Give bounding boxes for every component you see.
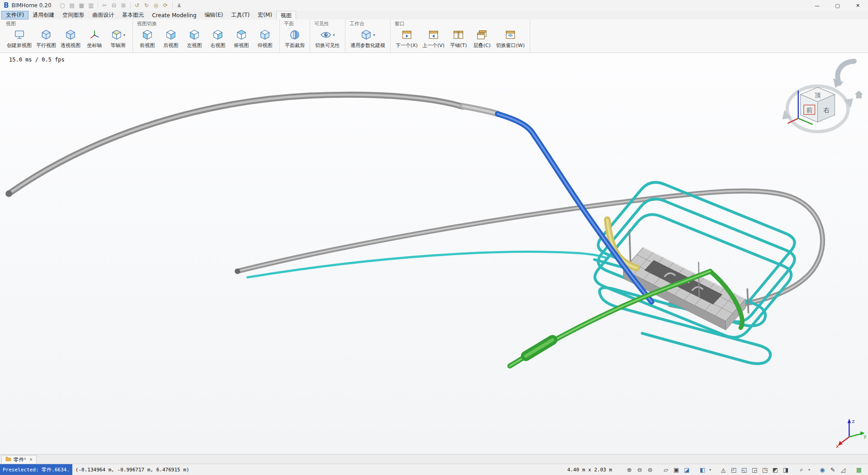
menu-tab-macro[interactable]: 宏(M) — [254, 11, 276, 19]
ribbon-group-label: 视图切换 — [136, 20, 276, 27]
menu-tab-tools[interactable]: 工具(T) — [227, 11, 254, 19]
front-view-icon[interactable]: ◰ — [730, 466, 737, 473]
close-icon: ✕ — [856, 3, 860, 9]
menu-tab-general-create[interactable]: 通用创建 — [28, 11, 58, 19]
save-button[interactable]: ▦ — [77, 1, 86, 10]
nav-cube-label-top[interactable]: 顶 — [815, 91, 821, 99]
grid-icon[interactable]: ▦ — [855, 466, 863, 473]
ribbon-button-right-view[interactable]: 右视图 — [207, 27, 229, 49]
scene-canvas[interactable]: 顶 前 右 z y — [0, 53, 868, 454]
undo-button[interactable]: ↺ — [132, 1, 142, 10]
ribbon-button-coordinate-axes[interactable]: 坐标轴 — [83, 27, 106, 49]
menu-tab-file[interactable]: 文件(F) — [1, 11, 28, 19]
top-view-icon[interactable]: ◱ — [741, 466, 748, 473]
menu-tab-surface-design[interactable]: 曲面设计 — [88, 11, 118, 19]
copy-button[interactable]: ⊟ — [109, 1, 119, 10]
ribbon-button-isometric[interactable]: ▾ 等轴测 — [107, 27, 129, 49]
ribbon-button-toggle-visibility[interactable]: ▾ 切换可见性 — [313, 27, 342, 49]
left-view-icon — [189, 29, 200, 41]
new-file-icon: ▢ — [60, 2, 65, 9]
chevron-down-icon[interactable]: ▾ — [808, 468, 810, 472]
record-icon: ◎ — [154, 2, 158, 9]
performance-readout: 15.0 ms / 0.5 fps — [9, 57, 65, 63]
dimensions-readout: 4.40 m x 2.03 m — [567, 467, 612, 473]
sphere-icon[interactable]: ◉ — [819, 466, 826, 473]
axis-indicator: z y x — [836, 418, 867, 449]
gray-arc-pipe[interactable] — [5, 95, 462, 197]
nav-cube-label-front[interactable]: 前 — [806, 106, 812, 114]
clipping-icon[interactable]: ▣ — [673, 466, 680, 473]
ribbon-group-window: 窗口 下一个(X) 上一个(V) 平铺(T) 层叠(C) — [391, 19, 530, 52]
ribbon-button-rear-view[interactable]: 后视图 — [160, 27, 182, 49]
ribbon-button-workbench-selector[interactable]: ▾ 通用参数化建模 — [349, 27, 387, 49]
ribbon-group-label: 视图 — [5, 20, 129, 27]
open-file-button[interactable]: ▤ — [67, 1, 77, 10]
record-macro-button[interactable]: ◎ — [151, 1, 161, 10]
maximize-button[interactable]: ▢ — [827, 0, 848, 11]
cut-icon: ✂ — [102, 2, 107, 9]
chevron-down-icon[interactable]: ▾ — [123, 33, 125, 37]
ribbon-button-left-view[interactable]: 左视图 — [183, 27, 206, 49]
box-select-icon[interactable]: ▱ — [662, 466, 670, 473]
gray-loop-pipe[interactable] — [235, 191, 822, 308]
measure-icon[interactable]: ◿ — [840, 466, 847, 473]
nav-cube-label-right[interactable]: 右 — [823, 106, 829, 114]
draw-style-icon[interactable]: ◧ — [699, 466, 706, 473]
iso-view-icon[interactable]: ◬ — [720, 466, 727, 473]
3d-viewport[interactable]: 15.0 ms / 0.5 fps — [0, 53, 868, 454]
ribbon-button-previous-window[interactable]: 上一个(V) — [420, 27, 446, 49]
preselection-coords: (-0.134964 m, -0.996717 m, 6.476915 m) — [75, 467, 189, 473]
tile-windows-icon — [453, 29, 464, 41]
tab-close-icon[interactable]: ✕ — [29, 457, 33, 462]
menu-tab-basic-primitives[interactable]: 基本图元 — [118, 11, 148, 19]
zoom-tool-icon[interactable]: ⌕ — [798, 466, 805, 473]
ribbon-button-plane-clip[interactable]: 平面裁剪 — [283, 27, 307, 49]
chevron-down-icon[interactable]: ▾ — [333, 33, 335, 37]
ribbon-button-top-view[interactable]: 俯视图 — [230, 27, 253, 49]
toolbar-separator — [98, 2, 98, 9]
ribbon-button-perspective-view[interactable]: 透视视图 — [59, 27, 82, 49]
menu-tab-create-modeling[interactable]: Create Modeling — [148, 11, 200, 19]
cut-button[interactable]: ✂ — [100, 1, 109, 10]
texture-icon[interactable]: ◪ — [683, 466, 690, 473]
undo-icon: ↺ — [135, 2, 139, 9]
home-icon[interactable] — [855, 90, 863, 98]
ribbon-button-cascade-windows[interactable]: 层叠(C) — [471, 27, 493, 49]
nav-cube[interactable]: 顶 前 右 — [782, 86, 863, 131]
document-tab-label: 零件¹ — [14, 456, 26, 463]
rotate-view-arrow[interactable] — [833, 61, 854, 88]
chevron-down-icon[interactable]: ▾ — [709, 468, 711, 472]
minimize-button[interactable]: — — [807, 0, 827, 11]
print-button[interactable]: ▥ — [86, 1, 96, 10]
app-logo: B — [4, 1, 9, 10]
ribbon-button-tile-windows[interactable]: 平铺(T) — [447, 27, 470, 49]
ribbon-button-next-window[interactable]: 下一个(X) — [394, 27, 420, 49]
document-tab[interactable]: 零件¹ ✕ — [1, 455, 37, 464]
right-view-icon[interactable]: ◲ — [751, 466, 758, 473]
left-view-icon[interactable]: ◨ — [782, 466, 789, 473]
new-file-button[interactable]: ▢ — [58, 1, 67, 10]
fit-all-icon[interactable]: ⊕ — [626, 466, 633, 473]
previous-window-icon — [428, 29, 439, 41]
refresh-button[interactable]: ⟳ — [161, 1, 170, 10]
ribbon-button-parallel-view[interactable]: 平行视图 — [34, 27, 58, 49]
rear-view-icon[interactable]: ◳ — [761, 466, 769, 473]
sync-view-icon[interactable]: ⊜ — [646, 466, 654, 473]
paste-button[interactable]: ⊞ — [119, 1, 128, 10]
ribbon-button-bottom-view[interactable]: 仰视图 — [254, 27, 276, 49]
ribbon-button-switch-window[interactable]: 切换窗口(W) — [494, 27, 526, 49]
menu-tab-view[interactable]: 视图 — [276, 11, 296, 19]
edit-icon[interactable]: ✎ — [829, 466, 836, 473]
menu-tab-spatial-graphics[interactable]: 空间图形 — [58, 11, 88, 19]
folder-icon — [5, 456, 11, 463]
chevron-down-icon[interactable]: ▾ — [373, 33, 375, 37]
ribbon-button-front-view[interactable]: 前视图 — [136, 27, 159, 49]
paste-icon: ⊞ — [121, 2, 126, 9]
redo-button[interactable]: ↻ — [142, 1, 151, 10]
close-button[interactable]: ✕ — [848, 0, 868, 11]
user-button[interactable]: ♟ — [175, 1, 184, 10]
fit-selection-icon[interactable]: ⊖ — [636, 466, 643, 473]
bottom-view-icon[interactable]: ◩ — [772, 466, 779, 473]
menu-tab-edit[interactable]: 编辑(E) — [201, 11, 227, 19]
ribbon-button-create-new-view[interactable]: 创建新视图 — [5, 27, 33, 49]
